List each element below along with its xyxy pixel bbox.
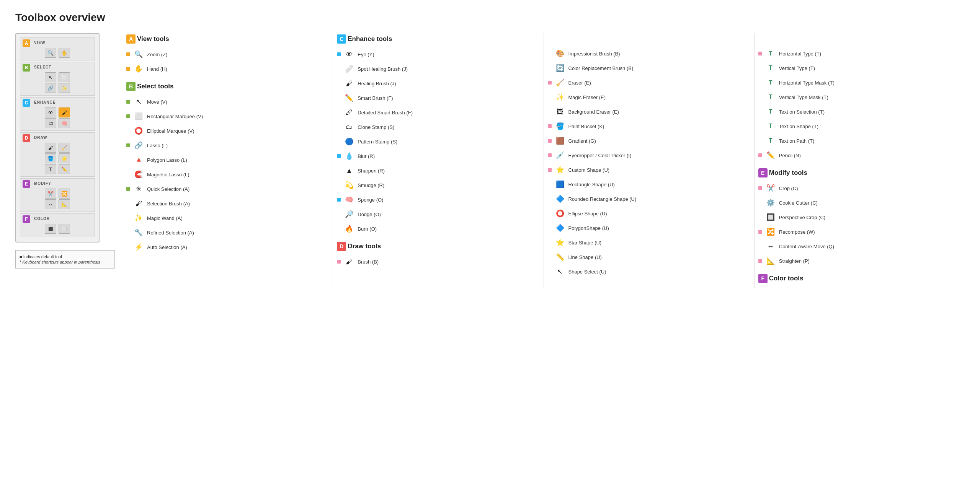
label-pencil: Pencil (N) <box>779 153 801 158</box>
move-tool-btn[interactable]: ↖ <box>45 72 56 82</box>
zoom-tool-btn[interactable]: 🔍 <box>45 48 56 58</box>
eye-tool-btn[interactable]: 👁 <box>45 107 56 117</box>
label-text-on-sel: Text on Selection (T) <box>779 109 825 115</box>
col-type-modify-color: T Horizontal Type (T) T Vertical Type (T… <box>755 33 965 288</box>
tool-eraser: 🧹 Eraser (E) <box>548 77 750 88</box>
toolbox-draw-section: D DRAW 🖌 🧹 🪣 ⭐ T ✏️ <box>20 132 95 177</box>
toolbox-enhance-section: C ENHANCE 👁 🖌 🗂 🧠 <box>20 97 95 131</box>
bg-color-btn[interactable]: ⬜ <box>59 224 70 234</box>
icon-straighten: 📐 <box>765 256 776 266</box>
tool-paint-bucket: 🪣 Paint Bucket (K) <box>548 121 750 132</box>
tool-mag-lasso: 🧲 Magnetic Lasso (L) <box>126 169 329 180</box>
icon-cookie-cutter: ⚙️ <box>765 197 776 208</box>
tool-rect-marquee: ⬜ Rectangular Marquee (V) <box>126 111 329 122</box>
label-refined-sel: Refined Selection (A) <box>147 230 194 236</box>
label-ellipse-shape: Ellipse Shape (U) <box>568 211 607 217</box>
toolbox-enhance-header: ENHANCE <box>34 100 56 104</box>
icon-rect-marquee: ⬜ <box>133 111 144 122</box>
tool-cookie-cutter: ⚙️ Cookie Cutter (C) <box>758 197 961 208</box>
icon-pattern-stamp: 🔵 <box>344 136 354 147</box>
icon-horiz-type-mask: T <box>765 77 776 88</box>
label-move: Move (V) <box>147 99 167 105</box>
icon-ellip-marquee: ⭕ <box>133 125 144 136</box>
tool-star-shape: ⭐ Star Shape (U) <box>548 237 750 248</box>
magic-wand-btn[interactable]: ✨ <box>59 83 70 93</box>
label-text-on-path: Text on Path (T) <box>779 138 814 144</box>
label-horiz-type-mask: Horizontal Type Mask (T) <box>779 80 835 86</box>
icon-sponge: 🧠 <box>344 194 354 205</box>
dot-move <box>126 100 130 104</box>
label-color-replace: Color Replacement Brush (B) <box>568 65 634 71</box>
dot-blur <box>337 154 341 158</box>
shape-btn[interactable]: ⭐ <box>59 153 70 163</box>
icon-detailed-smart-brush: 🖊 <box>344 107 354 118</box>
tool-text-on-sel: T Text on Selection (T) <box>758 106 961 117</box>
dot-auto-sel <box>126 245 130 249</box>
badge-b: B <box>23 64 30 72</box>
fg-color-btn[interactable]: ⬛ <box>45 224 56 234</box>
label-text-on-shape: Text on Shape (T) <box>779 124 818 129</box>
bucket-btn[interactable]: 🪣 <box>45 153 56 163</box>
label-paint-bucket: Paint Bucket (K) <box>568 124 604 129</box>
label-ellip-marquee: Elliptical Marquee (V) <box>147 128 194 134</box>
tool-quick-sel: ✳ Quick Selection (A) <box>126 184 329 194</box>
type-btn[interactable]: T <box>45 164 56 174</box>
badge-e: E <box>23 180 30 188</box>
icon-color-replace: 🔄 <box>555 63 565 73</box>
dot-text-on-path <box>758 139 762 143</box>
dot-gradient <box>548 139 552 143</box>
dot-brush <box>337 260 341 264</box>
lasso-tool-btn[interactable]: 🔗 <box>45 83 56 93</box>
tool-sharpen: ▲ Sharpen (R) <box>337 165 539 176</box>
section-title-enhance: C Enhance tools <box>337 34 539 44</box>
icon-sel-brush: 🖌 <box>133 198 144 209</box>
healing-tool-btn[interactable]: 🖌 <box>59 107 70 117</box>
dot-sponge <box>337 198 341 202</box>
tool-text-on-path: T Text on Path (T) <box>758 135 961 146</box>
pencil-btn[interactable]: ✏️ <box>59 164 70 174</box>
icon-text-on-sel: T <box>765 106 776 117</box>
tool-brush: 🖌 Brush (B) <box>337 256 539 267</box>
marquee-tool-btn[interactable]: ⬜ <box>59 72 70 82</box>
recompose-btn[interactable]: 🔀 <box>59 189 70 199</box>
straighten-btn[interactable]: 📐 <box>59 199 70 209</box>
dot-custom-shape <box>548 168 552 172</box>
icon-magic-wand: ✨ <box>133 213 144 223</box>
label-heal-brush: Healing Brush (J) <box>358 81 396 86</box>
tool-horiz-type-mask: T Horizontal Type Mask (T) <box>758 77 961 88</box>
dot-rect-shape <box>548 182 552 186</box>
tool-eyedropper: 💉 Eyedropper / Color Picker (I) <box>548 150 750 161</box>
tool-hand: ✋ Hand (H) <box>126 63 329 74</box>
toolbox-color-header: COLOR <box>34 217 50 221</box>
dot-poly-lasso <box>126 158 130 162</box>
icon-sharpen: ▲ <box>344 165 354 176</box>
brush-btn[interactable]: 🖌 <box>45 143 56 153</box>
dot-ellipse-shape <box>548 212 552 215</box>
brain-tool-btn[interactable]: 🧠 <box>59 118 70 128</box>
toolbox-panel: A VIEW 🔍 ✋ B SELECT ↖ ⬜ 🔗 <box>15 33 100 243</box>
icon-recompose: 🔀 <box>765 226 776 237</box>
tool-magic-wand: ✨ Magic Wand (A) <box>126 213 329 223</box>
crop-btn[interactable]: ✂️ <box>45 189 56 199</box>
icon-gradient: 🟫 <box>555 135 565 146</box>
icon-ellipse-shape: ⭕ <box>555 208 565 219</box>
tool-burn: 🔥 Burn (O) <box>337 223 539 234</box>
dot-line-shape <box>548 255 552 259</box>
clone-stamp-btn[interactable]: 🗂 <box>45 118 56 128</box>
icon-rect-shape: 🟦 <box>555 179 565 190</box>
tool-ellip-marquee: ⭕ Elliptical Marquee (V) <box>126 125 329 136</box>
icon-dodge: 🔎 <box>344 209 354 220</box>
label-content-aware-move: Content-Aware Move (Q) <box>779 244 834 249</box>
hand-tool-btn[interactable]: ✋ <box>59 48 70 58</box>
icon-crop: ✂️ <box>765 183 776 194</box>
col-view-select: A View tools 🔍 Zoom (Z) ✋ Hand (H) B Sel… <box>122 33 333 288</box>
content-aware-btn[interactable]: ↔️ <box>45 199 56 209</box>
color-badge-f: F <box>758 274 768 283</box>
section-title-view: A View tools <box>126 34 329 44</box>
eraser-btn[interactable]: 🧹 <box>59 143 70 153</box>
modify-badge-e: E <box>758 168 768 177</box>
tool-pattern-stamp: 🔵 Pattern Stamp (S) <box>337 136 539 147</box>
toolbox-modify-header: MODIFY <box>34 181 51 186</box>
label-smudge: Smudge (R) <box>358 182 384 188</box>
icon-persp-crop: 🔲 <box>765 212 776 223</box>
